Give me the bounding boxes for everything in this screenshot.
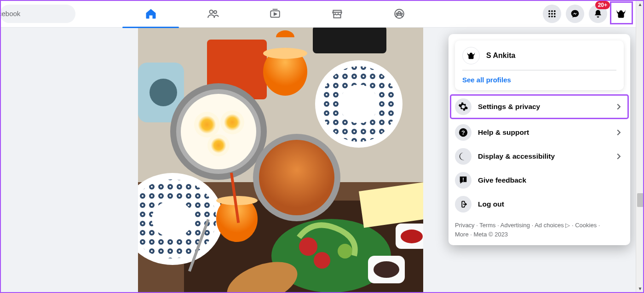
footer-cookies[interactable]: Cookies xyxy=(575,222,597,229)
food-photo xyxy=(138,26,423,293)
menu-give-feedback[interactable]: Give feedback xyxy=(448,168,630,192)
notifications-button[interactable]: 20+ xyxy=(589,5,607,23)
svg-point-5 xyxy=(396,13,397,14)
svg-point-47 xyxy=(338,244,352,259)
left-sidebar xyxy=(0,28,138,293)
svg-point-15 xyxy=(554,15,556,17)
menu-help-support[interactable]: ? Help & support xyxy=(448,121,630,144)
svg-point-13 xyxy=(548,15,550,17)
menu-label: Log out xyxy=(478,200,624,208)
profile-name: S Ankita xyxy=(486,52,515,60)
svg-rect-59 xyxy=(463,180,464,181)
scroll-down-arrow[interactable]: ▼ xyxy=(636,284,644,293)
friends-icon xyxy=(207,8,219,20)
profile-link[interactable]: S Ankita xyxy=(462,47,616,70)
nav-tabs xyxy=(120,0,430,28)
notification-badge: 20+ xyxy=(595,1,610,9)
scroll-thumb[interactable] xyxy=(637,193,644,207)
right-icons: 20+ xyxy=(543,5,630,23)
groups-icon xyxy=(393,8,405,20)
footer-advertising[interactable]: Advertising xyxy=(500,222,530,229)
footer-privacy[interactable]: Privacy xyxy=(455,222,475,229)
footer-adchoices[interactable]: Ad choices xyxy=(535,222,564,229)
avatar-icon xyxy=(466,51,476,61)
top-bar: cebook 20+ xyxy=(0,0,644,28)
svg-point-36 xyxy=(207,134,230,156)
watch-icon xyxy=(269,8,281,20)
svg-point-8 xyxy=(551,10,553,12)
scroll-up-arrow[interactable]: ▲ xyxy=(636,0,644,8)
menu-log-out[interactable]: Log out xyxy=(448,192,630,216)
svg-point-10 xyxy=(548,13,550,15)
chevron-right-icon xyxy=(614,127,624,138)
search-text: cebook xyxy=(0,10,20,17)
feed xyxy=(138,28,423,293)
tab-marketplace[interactable] xyxy=(306,0,368,27)
svg-point-35 xyxy=(220,110,244,134)
svg-point-33 xyxy=(181,94,256,169)
tab-friends[interactable] xyxy=(182,0,244,27)
svg-point-30 xyxy=(152,201,193,237)
svg-point-11 xyxy=(551,13,553,15)
home-icon xyxy=(144,7,157,20)
feedback-icon xyxy=(455,172,472,189)
gear-icon xyxy=(455,98,472,115)
svg-point-0 xyxy=(209,10,213,13)
footer-terms[interactable]: Terms xyxy=(479,222,495,229)
footer-more[interactable]: More xyxy=(455,231,469,238)
svg-point-6 xyxy=(401,13,402,14)
chevron-right-icon xyxy=(614,151,624,161)
svg-point-53 xyxy=(374,261,399,278)
logout-icon xyxy=(455,196,472,213)
messenger-button[interactable] xyxy=(566,5,584,23)
marketplace-icon xyxy=(331,8,343,20)
svg-point-45 xyxy=(299,237,317,256)
profile-card: S Ankita See all profiles xyxy=(455,40,624,90)
tab-home[interactable] xyxy=(120,0,182,27)
menu-display-accessibility[interactable]: Display & accessibility xyxy=(448,144,630,168)
svg-point-55 xyxy=(401,230,423,243)
svg-point-27 xyxy=(339,85,378,123)
search-input[interactable]: cebook xyxy=(0,5,75,23)
svg-point-46 xyxy=(314,252,330,269)
svg-point-4 xyxy=(398,11,400,13)
grid-icon xyxy=(547,9,557,18)
svg-rect-58 xyxy=(463,178,464,180)
see-all-profiles-link[interactable]: See all profiles xyxy=(462,76,616,84)
bell-icon xyxy=(593,9,603,18)
help-icon: ? xyxy=(455,124,472,141)
svg-text:?: ? xyxy=(461,129,465,136)
account-dropdown: S Ankita See all profiles Settings & pri… xyxy=(448,34,630,245)
feed-image[interactable] xyxy=(138,26,423,293)
svg-point-1 xyxy=(213,11,216,13)
dropdown-footer: Privacy · Terms · Advertising · Ad choic… xyxy=(448,216,630,241)
divider xyxy=(462,70,616,70)
svg-point-12 xyxy=(554,13,556,15)
tab-groups[interactable] xyxy=(368,0,430,27)
menu-label: Settings & privacy xyxy=(478,103,607,111)
menu-label: Give feedback xyxy=(478,176,624,184)
svg-point-40 xyxy=(263,48,307,59)
chevron-right-icon xyxy=(614,102,624,112)
svg-rect-50 xyxy=(313,26,386,53)
messenger-icon xyxy=(570,9,580,18)
svg-point-34 xyxy=(194,112,220,138)
svg-point-14 xyxy=(551,15,553,17)
menu-button[interactable] xyxy=(543,5,561,23)
avatar xyxy=(462,47,480,64)
svg-point-7 xyxy=(548,10,550,12)
svg-point-38 xyxy=(259,140,334,215)
moon-icon xyxy=(455,148,472,165)
tab-watch[interactable] xyxy=(244,0,306,27)
menu-label: Help & support xyxy=(478,128,607,137)
svg-point-9 xyxy=(554,10,556,12)
footer-meta: Meta © 2023 xyxy=(473,231,508,238)
menu-settings-privacy[interactable]: Settings & privacy xyxy=(450,95,628,119)
vertical-scrollbar[interactable]: ▲ ▼ xyxy=(636,0,644,293)
avatar-icon xyxy=(615,8,627,20)
svg-point-23 xyxy=(150,79,177,106)
menu-label: Display & accessibility xyxy=(478,152,607,161)
profile-button[interactable] xyxy=(612,5,630,23)
